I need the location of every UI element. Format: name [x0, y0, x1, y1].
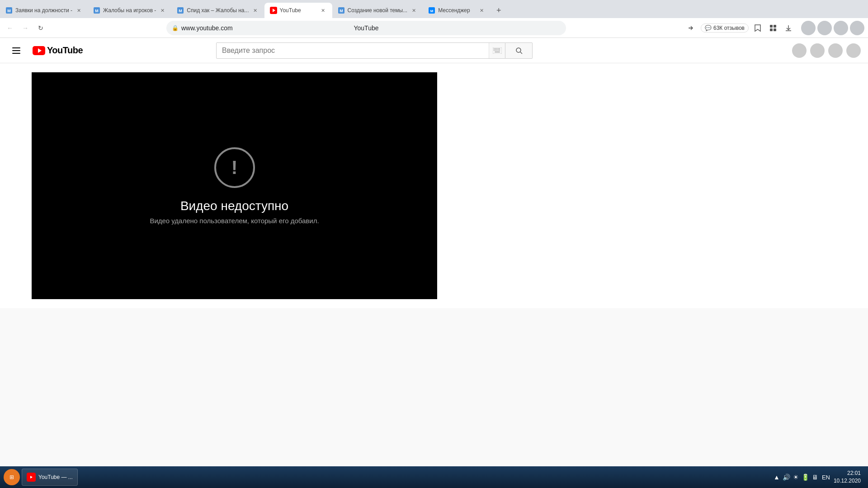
tray-up-arrow-icon[interactable]: ▲: [774, 474, 780, 481]
avatar-4[interactable]: [850, 21, 864, 35]
taskbar-language[interactable]: EN: [822, 474, 830, 481]
youtube-avatar-2[interactable]: [810, 43, 825, 58]
taskbar-clock[interactable]: 22:01 10.12.2020: [834, 469, 861, 485]
tab-close-1[interactable]: ✕: [75, 7, 82, 14]
tray-sun-icon[interactable]: ☀: [793, 474, 799, 481]
avatar-3[interactable]: [834, 21, 848, 35]
svg-rect-26: [498, 48, 499, 49]
svg-text:M: M: [7, 9, 11, 13]
taskbar-youtube-icon: [27, 473, 36, 482]
youtube-avatar-4[interactable]: [846, 43, 861, 58]
tab-zaявки[interactable]: M Заявки на должности - ✕: [0, 3, 88, 18]
video-player: ! Видео недоступно Видео удалено пользов…: [32, 72, 437, 299]
tab-favicon-1: M: [5, 7, 13, 14]
taskbar-date: 10.12.2020: [834, 477, 861, 485]
tab-title-4: YouTube: [280, 7, 317, 14]
reviews-count: 63К отзывов: [713, 25, 745, 31]
tab-жалобы[interactable]: M Жалобы на игроков - ✕: [88, 3, 171, 18]
browser-extra-icons: [685, 22, 698, 34]
svg-rect-14: [774, 25, 776, 28]
lock-icon: 🔒: [172, 25, 179, 31]
tray-speaker-icon[interactable]: 🔊: [783, 474, 790, 481]
reviews-badge[interactable]: 💬 63К отзывов: [701, 23, 749, 33]
svg-rect-23: [494, 48, 495, 49]
tab-title-2: Жалобы на игроков -: [103, 7, 156, 14]
youtube-search-button[interactable]: [505, 42, 533, 59]
svg-rect-28: [494, 50, 495, 51]
tab-close-3[interactable]: ✕: [252, 7, 259, 14]
svg-text:⊞: ⊞: [9, 474, 14, 480]
tab-title-5: Создание новой темы...: [348, 7, 408, 14]
taskbar-item-label: YouTube — ...: [38, 474, 73, 480]
taskbar-youtube-item[interactable]: YouTube — ...: [22, 469, 78, 486]
svg-rect-32: [499, 50, 500, 51]
svg-rect-20: [12, 53, 20, 54]
youtube-logo[interactable]: YouTube: [33, 45, 83, 56]
svg-rect-12: [689, 28, 693, 28]
youtube-content: ! Видео недоступно Видео удалено пользов…: [0, 63, 868, 308]
avatar-2[interactable]: [817, 21, 832, 35]
svg-rect-15: [770, 28, 773, 31]
taskbar: ⊞ YouTube — ... ▲ 🔊 ☀ 🔋 🖥 EN 22:01 10.12…: [0, 466, 868, 488]
youtube-header: YouTube: [0, 38, 868, 63]
tab-спид-хак[interactable]: M Спид хак – Жалобы на... ✕: [171, 3, 264, 18]
youtube-avatar-1[interactable]: [792, 43, 807, 58]
share-icon[interactable]: [685, 22, 698, 34]
youtube-menu-button[interactable]: [7, 42, 25, 60]
svg-rect-29: [495, 50, 496, 51]
svg-rect-16: [774, 28, 776, 31]
svg-rect-30: [496, 50, 497, 51]
youtube-search-input[interactable]: [217, 43, 489, 58]
tab-favicon-3: M: [177, 7, 184, 14]
svg-rect-24: [495, 48, 496, 49]
tray-screen-icon[interactable]: 🖥: [812, 474, 818, 481]
avatar-1[interactable]: [801, 21, 816, 35]
bookmark-icon[interactable]: [751, 22, 764, 34]
tab-мессенджер[interactable]: M Мессенджер ✕: [423, 3, 491, 18]
svg-line-35: [520, 52, 522, 54]
browser-page-title: YouTube: [354, 24, 378, 32]
tab-close-5[interactable]: ✕: [410, 7, 417, 14]
tab-favicon-4: [270, 7, 277, 14]
youtube-logo-text: YouTube: [47, 45, 83, 56]
svg-text:M: M: [95, 9, 99, 13]
tray-battery-icon[interactable]: 🔋: [802, 474, 809, 481]
tab-close-6[interactable]: ✕: [478, 7, 485, 14]
keyboard-icon[interactable]: [489, 43, 505, 58]
tab-создание[interactable]: M Создание новой темы... ✕: [332, 3, 423, 18]
tab-youtube[interactable]: YouTube ✕: [264, 3, 332, 18]
forward-button[interactable]: →: [19, 22, 32, 34]
tab-close-2[interactable]: ✕: [159, 7, 166, 14]
download-icon[interactable]: [782, 22, 795, 34]
tab-close-4[interactable]: ✕: [320, 7, 327, 14]
youtube-logo-icon: [33, 46, 45, 55]
taskbar-time: 22:01: [847, 469, 861, 477]
svg-rect-18: [12, 47, 20, 48]
svg-text:M: M: [179, 9, 183, 13]
svg-rect-25: [496, 48, 497, 49]
browser-toolbar: ← → ↻ 🔒 www.youtube.com YouTube 💬 63К от…: [0, 18, 868, 38]
review-bubble-icon: 💬: [705, 25, 712, 31]
video-unavailable-icon: !: [214, 147, 255, 188]
tab-title-6: Мессенджер: [438, 7, 475, 14]
refresh-button[interactable]: ↻: [34, 22, 47, 34]
svg-marker-21: [38, 48, 42, 53]
svg-text:M: M: [430, 9, 434, 13]
svg-text:M: M: [340, 9, 343, 13]
tab-title-1: Заявки на должности -: [15, 7, 72, 14]
tab-favicon-5: M: [338, 7, 345, 14]
tab-favicon-6: M: [428, 7, 435, 14]
taskbar-tray: ▲ 🔊 ☀ 🔋 🖥: [774, 474, 818, 481]
svg-rect-27: [499, 48, 500, 49]
youtube-avatar-3[interactable]: [828, 43, 843, 58]
extensions-icon[interactable]: [767, 22, 779, 34]
svg-rect-13: [770, 25, 773, 28]
back-button[interactable]: ←: [4, 22, 16, 34]
new-tab-button[interactable]: +: [492, 4, 505, 17]
tab-title-3: Спид хак – Жалобы на...: [187, 7, 249, 14]
start-button[interactable]: ⊞: [4, 469, 20, 485]
svg-point-34: [516, 48, 521, 52]
svg-rect-19: [12, 50, 20, 51]
youtube-header-right: [792, 43, 861, 58]
svg-rect-33: [495, 52, 500, 52]
